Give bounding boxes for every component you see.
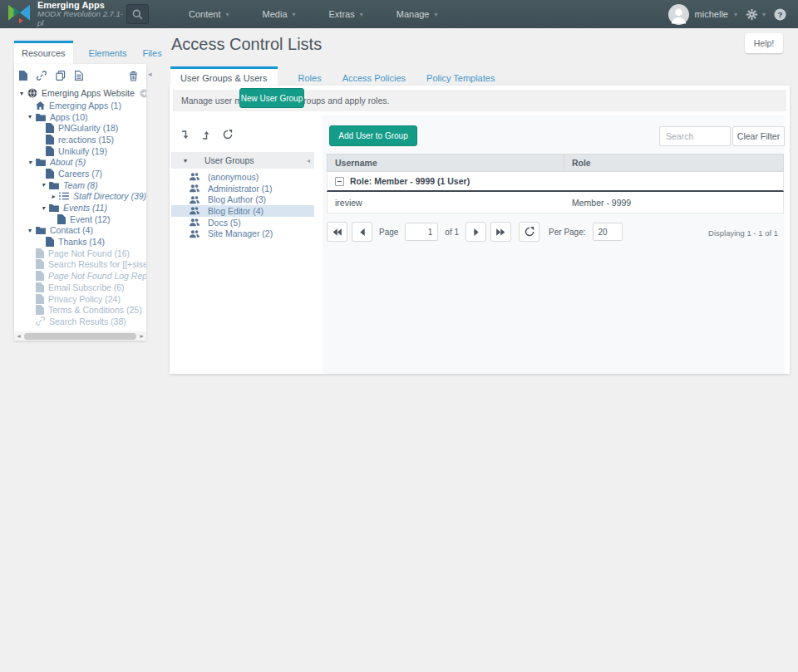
tree-horizontal-scrollbar[interactable]: ◂ ▸ xyxy=(14,331,146,341)
resource-toolbar xyxy=(14,64,146,84)
navbar-search-button[interactable] xyxy=(126,4,149,24)
new-document-icon[interactable] xyxy=(19,71,27,81)
sidebar-collapse-handle[interactable]: ◂ xyxy=(148,70,152,78)
tree-item-terms-conditions[interactable]: Terms & Conditions (25) xyxy=(14,304,146,316)
document-icon xyxy=(36,259,44,269)
tab-elements[interactable]: Elements xyxy=(89,43,127,65)
collapse-group-icon[interactable] xyxy=(335,177,344,186)
groups-collapse-handle[interactable]: ◂ xyxy=(307,157,310,164)
user-menu[interactable]: michelle ▾ xyxy=(668,4,737,25)
top-navbar: Emerging Apps MODX Revolution 2.7.1-pl C… xyxy=(0,0,798,28)
clear-filter-button[interactable]: Clear Filter xyxy=(732,126,785,146)
caret-down-icon[interactable]: ▾ xyxy=(39,204,47,212)
chevron-down-icon: ▾ xyxy=(734,11,737,18)
tree-item-events[interactable]: ▾ Events (11) xyxy=(14,202,146,213)
menu-extras[interactable]: Extras ▾ xyxy=(313,0,380,28)
column-username[interactable]: Username xyxy=(328,155,564,171)
tree-item-team[interactable]: ▾ Team (8) xyxy=(14,179,146,191)
add-resource-icon[interactable] xyxy=(140,89,146,98)
page-number-input[interactable] xyxy=(405,223,438,241)
users-table: Username Role Role: Member - 9999 (1 Use… xyxy=(327,154,784,213)
menu-manage[interactable]: Manage ▾ xyxy=(380,0,455,28)
group-item-anonymous[interactable]: (anonymous) xyxy=(171,171,314,183)
tree-root-label: Emerging Apps Website xyxy=(42,88,135,98)
group-item-blog-editor[interactable]: Blog Editor (4) xyxy=(171,205,314,217)
tree-item-staff-directory[interactable]: ▸ Staff Directory (39) xyxy=(14,191,146,203)
group-item-site-manager[interactable]: Site Manager (2) xyxy=(171,228,314,239)
tree-item-pngularity[interactable]: PNGularity (18) xyxy=(14,122,146,134)
tree-item-about[interactable]: ▾ About (5) xyxy=(14,156,146,168)
group-item-label: Blog Editor (4) xyxy=(208,206,264,216)
weblink-icon xyxy=(36,316,45,326)
tree-item-pnf-log-report[interactable]: Page Not Found Log Report (20) xyxy=(14,270,146,282)
table-row[interactable]: ireview Member - 9999 xyxy=(327,192,784,213)
tree-item-label: Thanks (14) xyxy=(58,237,105,247)
tree-item-reactions[interactable]: re:actions (15) xyxy=(14,134,146,145)
caret-down-icon[interactable]: ▾ xyxy=(39,181,47,189)
group-item-docs[interactable]: Docs (5) xyxy=(171,217,314,228)
tree-item-apps[interactable]: ▾ Apps (10) xyxy=(14,111,146,123)
add-user-to-group-button[interactable]: Add User to Group xyxy=(329,125,417,146)
tree-item-contact[interactable]: ▾ Contact (4) xyxy=(14,225,146,237)
help-button[interactable]: Help! xyxy=(745,33,783,53)
per-page-input[interactable] xyxy=(593,223,623,241)
refresh-grid-button[interactable] xyxy=(519,222,539,242)
caret-down-icon[interactable]: ▾ xyxy=(26,227,34,234)
tab-resources[interactable]: Resources xyxy=(14,41,73,65)
static-resource-icon[interactable] xyxy=(75,71,83,81)
question-circle-icon: ? xyxy=(774,8,786,21)
tree-item-search-results[interactable]: Search Results (38) xyxy=(14,316,146,327)
users-icon xyxy=(190,229,200,238)
tree-item-page-not-found[interactable]: Page Not Found (16) xyxy=(14,248,146,259)
folder-icon xyxy=(36,158,46,166)
refresh-groups-icon[interactable] xyxy=(223,130,233,140)
scroll-left-icon[interactable]: ◂ xyxy=(14,332,23,340)
new-user-group-button[interactable]: New User Group xyxy=(239,88,304,108)
tab-files[interactable]: Files xyxy=(142,43,161,65)
document-icon xyxy=(46,123,54,133)
caret-down-icon[interactable]: ▾ xyxy=(26,159,34,166)
new-weblink-icon[interactable] xyxy=(37,71,47,81)
tree-item-label: re:actions (15) xyxy=(58,135,114,145)
menu-content[interactable]: Content ▾ xyxy=(172,0,246,28)
caret-right-icon[interactable]: ▸ xyxy=(49,193,57,200)
menu-media[interactable]: Media ▾ xyxy=(246,0,313,28)
tree-item-search-results-query[interactable]: Search Results for [[+sisea.query]] ( xyxy=(14,259,146,271)
group-item-label: (anonymous) xyxy=(208,172,259,182)
role-group-row[interactable]: Role: Member - 9999 (1 User) xyxy=(327,172,784,192)
tree-item-unikuify[interactable]: Unikuify (19) xyxy=(14,145,146,157)
trash-icon[interactable] xyxy=(129,71,138,81)
tree-item-thanks[interactable]: Thanks (14) xyxy=(14,236,146,248)
settings-menu[interactable]: ▾ xyxy=(746,8,766,21)
caret-down-icon[interactable]: ▾ xyxy=(26,113,34,120)
tree-root-website[interactable]: ▾ Emerging Apps Website xyxy=(14,86,146,100)
expand-all-icon[interactable] xyxy=(181,130,190,140)
next-page-button[interactable] xyxy=(466,222,486,242)
resource-tree-panel: ▾ Emerging Apps Website Emerging Apps (1… xyxy=(14,64,146,341)
group-item-blog-author[interactable]: Blog Author (3) xyxy=(171,194,314,205)
tree-item-label: Careers (7) xyxy=(58,169,102,179)
previous-page-button[interactable] xyxy=(352,222,372,242)
tree-item-email-subscribe[interactable]: Email Subscribe (6) xyxy=(14,282,146,293)
duplicate-icon[interactable] xyxy=(56,71,66,81)
help-menu[interactable]: ? xyxy=(774,8,786,21)
folder-icon xyxy=(49,181,59,189)
tree-item-careers[interactable]: Careers (7) xyxy=(14,168,146,179)
tree-item-event[interactable]: Event (12) xyxy=(14,213,146,225)
collapse-all-icon[interactable] xyxy=(202,130,211,140)
caret-down-icon[interactable]: ▾ xyxy=(181,157,190,164)
last-page-button[interactable] xyxy=(490,222,511,242)
search-input[interactable] xyxy=(659,126,731,146)
brand[interactable]: Emerging Apps MODX Revolution 2.7.1-pl xyxy=(0,0,126,28)
first-page-button[interactable] xyxy=(327,222,347,242)
user-groups-header[interactable]: ▾ User Groups ◂ xyxy=(171,152,314,169)
tree-item-emerging-apps[interactable]: Emerging Apps (1) xyxy=(14,100,146,111)
column-role[interactable]: Role xyxy=(564,158,783,168)
tree-item-label: Apps (10) xyxy=(50,112,88,122)
caret-down-icon[interactable]: ▾ xyxy=(17,90,26,97)
tree-item-privacy-policy[interactable]: Privacy Policy (24) xyxy=(14,293,146,305)
document-icon xyxy=(36,282,44,292)
group-item-administrator[interactable]: Administrator (1) xyxy=(171,183,314,194)
scroll-right-icon[interactable]: ▸ xyxy=(137,332,146,340)
scrollbar-thumb[interactable] xyxy=(24,333,136,340)
